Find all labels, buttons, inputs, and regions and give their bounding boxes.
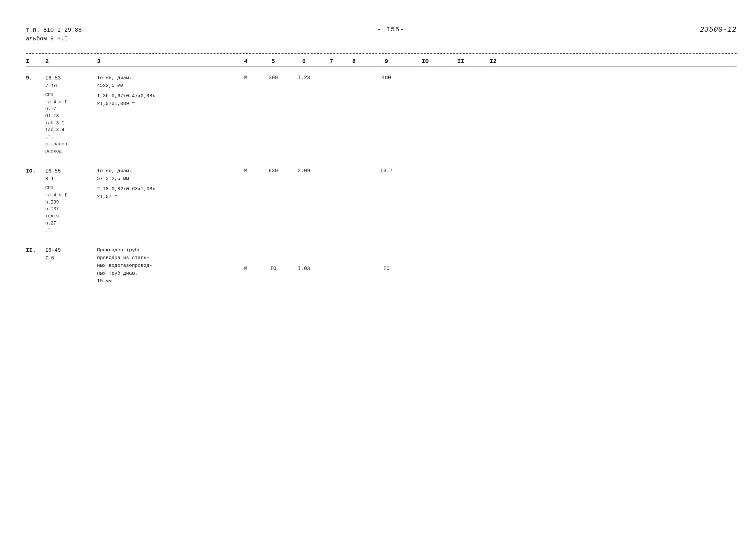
col-header-10: IO: [407, 58, 443, 64]
row-10-col4: М: [233, 167, 259, 174]
col-header-9: 9: [365, 58, 407, 64]
row-10-col7: [320, 167, 343, 168]
row-11-col8: [343, 246, 365, 247]
row-9-ref-main: I6-53: [45, 75, 61, 81]
row-9-col5: 390: [259, 74, 288, 81]
row-10-col6: 2,09: [288, 167, 320, 174]
row-11-ref: I6-49 7-6: [45, 246, 97, 262]
col-header-2: 2: [45, 58, 97, 64]
row-11-col7: [320, 246, 343, 247]
row-10-ref-extra: СРЦ гл.4 ч.I п.I39 п.I37 тех.ч. п.27 _"_: [45, 185, 97, 234]
row-9-ref: I6-53 7-16 СРЦ гл.4 ч.I п.I7 OI-I3 таб.3…: [45, 74, 97, 155]
row-11-num: II.: [26, 246, 45, 253]
row-10-num: IO.: [26, 167, 45, 174]
row-11-desc-line1: Прокладка трубо-: [97, 246, 233, 254]
row-9-desc-line2: 45х2,5 мм: [97, 82, 233, 90]
row-10-col9: I3I7: [365, 167, 407, 174]
col-header-12: I2: [478, 58, 508, 64]
col-header-4: 4: [233, 58, 259, 64]
col-header-5: 5: [259, 58, 288, 64]
column-headers: I 2 3 4 5 6 7 8 9 IO II I2: [26, 56, 737, 67]
row-11-desc-line4: ных труб диам.: [97, 270, 233, 277]
row-11-desc: Прокладка трубо- проводов из сталь- ных …: [97, 246, 233, 285]
row-10-desc-line2: 57 х 2,5 мм: [97, 175, 233, 183]
row-9-col8: [343, 74, 365, 75]
header-left: т.п. 8IO-I-29.88 альбом 9 ч.I: [26, 26, 82, 43]
col-header-7: 7: [320, 58, 343, 64]
col-header-3: 3: [97, 58, 233, 64]
row-9-col4: М: [233, 74, 259, 81]
table-row: 9. I6-53 7-16 СРЦ гл.4 ч.I п.I7 OI-I3 та…: [26, 67, 737, 158]
row-11-desc-line3: ных водогазопровод-: [97, 262, 233, 270]
row-9-col12: [478, 74, 508, 75]
row-10-formula: 2,I8-0,82+0,63хI,08х: [97, 186, 233, 193]
row-9-formula: I,36-0,67+0,47х0,98х: [97, 92, 233, 100]
row-10-desc-line1: То же, диам.: [97, 167, 233, 175]
col-header-6: 6: [288, 58, 320, 64]
header-album: альбом 9 ч.I: [26, 35, 82, 43]
row-10-formula2: хI,07 =: [97, 193, 233, 201]
col-header-8: 8: [343, 58, 365, 64]
row-11-col9: IO: [365, 246, 407, 272]
page: т.п. 8IO-I-29.88 альбом 9 ч.I - I55- 235…: [0, 0, 756, 534]
row-9-col11: [443, 74, 478, 75]
row-9-desc: То же, диам. 45х2,5 мм I,36-0,67+0,47х0,…: [97, 74, 233, 108]
row-11-col11: [443, 246, 478, 247]
row-9-num: 9.: [26, 74, 45, 81]
row-9-col10: [407, 74, 443, 75]
row-9-desc-line1: То же, диам.: [97, 74, 233, 82]
header-tp: т.п. 8IO-I-29.88: [26, 26, 82, 35]
row-9-ref-extra: СРЦ гл.4 ч.I п.I7 OI-I3 таб.3.I Таб.3.4 …: [45, 92, 97, 155]
row-10-col10: [407, 167, 443, 168]
row-9-col7: [320, 74, 343, 75]
row-11-desc-line2: проводов из сталь-: [97, 254, 233, 262]
row-10-col12: [478, 167, 508, 168]
row-11-col4: М: [233, 246, 259, 272]
row-9-col9: 480: [365, 74, 407, 81]
row-9-col6: I,23: [288, 74, 320, 81]
row-11-ref-sub: 7-6: [45, 255, 97, 262]
row-9-formula2: хI,07хI,089 =: [97, 100, 233, 108]
header-right: 23500-12: [700, 26, 737, 34]
table-row: II. I6-49 7-6 Прокладка трубо- проводов …: [26, 238, 737, 289]
row-10-ref-sub: 8-I: [45, 175, 97, 183]
row-10-ref-main: I6-55: [45, 168, 61, 174]
header: т.п. 8IO-I-29.88 альбом 9 ч.I - I55- 235…: [26, 26, 737, 43]
row-11-col12: [478, 246, 508, 247]
row-10-desc: То же, диам. 57 х 2,5 мм 2,I8-0,82+0,63х…: [97, 167, 233, 201]
row-10-col11: [443, 167, 478, 168]
col-header-1: I: [26, 58, 45, 64]
row-11-col10: [407, 246, 443, 247]
row-11-desc-line5: I5 мм: [97, 277, 233, 285]
table-row: IO. I6-55 8-I СРЦ гл.4 ч.I п.I39 п.I37 т…: [26, 158, 737, 238]
row-10-col5: 630: [259, 167, 288, 174]
header-center: - I55-: [377, 26, 405, 33]
row-9-ref-sub: 7-16: [45, 82, 97, 90]
row-10-ref: I6-55 8-I СРЦ гл.4 ч.I п.I39 п.I37 тех.ч…: [45, 167, 97, 234]
top-divider: [26, 53, 737, 54]
row-11-ref-main: I6-49: [45, 247, 61, 253]
row-11-col6: I,03: [288, 246, 320, 272]
col-header-11: II: [443, 58, 478, 64]
row-11-col5: IO: [259, 246, 288, 272]
row-10-col8: [343, 167, 365, 168]
